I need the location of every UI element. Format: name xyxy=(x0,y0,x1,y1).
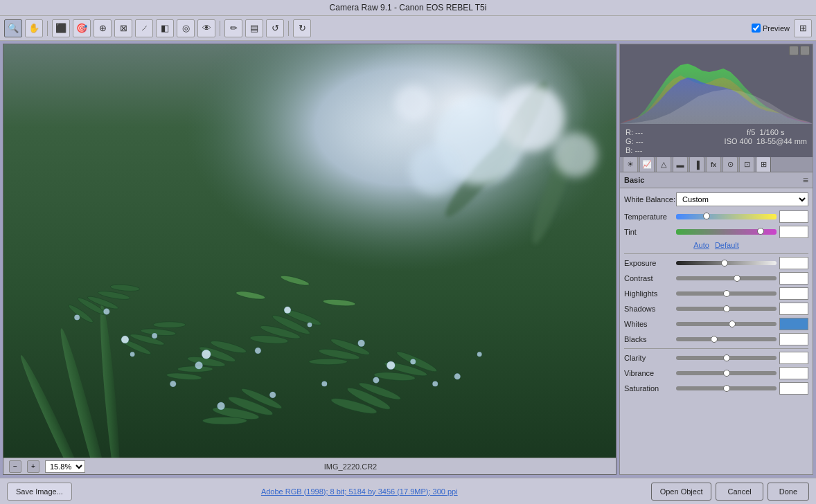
detail-tab[interactable]: △ xyxy=(656,156,671,172)
tint-label: Tint xyxy=(624,228,676,236)
clarity-slider-area xyxy=(676,356,777,360)
open-object-button[interactable]: Open Object xyxy=(651,483,712,501)
default-link[interactable]: Default xyxy=(715,241,739,249)
whites-value[interactable]: +15 xyxy=(779,318,808,330)
highlights-track[interactable] xyxy=(676,291,777,296)
cancel-button[interactable]: Cancel xyxy=(716,483,763,501)
fullscreen-btn[interactable]: ⊞ xyxy=(794,19,812,37)
tint-thumb[interactable] xyxy=(757,228,764,235)
white-balance-select[interactable]: Custom As Shot Auto Daylight Cloudy Shad… xyxy=(676,192,808,206)
temperature-value[interactable]: 4450 xyxy=(779,210,808,223)
contrast-slider-area xyxy=(676,276,777,280)
svg-point-57 xyxy=(454,373,461,379)
panel-content[interactable]: White Balance: Custom As Shot Auto Dayli… xyxy=(620,188,813,474)
tab-bar: ☀ 📈 △ ▬ ▐ fx ⊙ ⊡ ⊞ xyxy=(620,155,813,172)
hist-btn-1[interactable] xyxy=(789,46,799,55)
svg-point-20 xyxy=(177,366,213,372)
spot-removal-tool[interactable]: ◎ xyxy=(177,19,195,37)
auto-link[interactable]: Auto xyxy=(693,241,709,249)
vibrance-track[interactable] xyxy=(676,371,777,375)
image-container[interactable] xyxy=(3,44,616,458)
red-eye-tool[interactable]: 👁 xyxy=(197,19,215,37)
histogram-area: R: --- G: --- B: --- f/5 1/160 s ISO 400… xyxy=(620,44,813,155)
temperature-track[interactable] xyxy=(676,214,777,219)
svg-point-47 xyxy=(308,323,312,327)
vibrance-thumb[interactable] xyxy=(723,370,730,377)
blacks-row: Blacks -24 xyxy=(624,333,808,345)
preview-toggle[interactable]: Preview xyxy=(752,24,790,33)
lens-corrections-tab[interactable]: ⊙ xyxy=(722,156,738,172)
contrast-label: Contrast xyxy=(624,274,676,282)
whites-thumb[interactable] xyxy=(729,321,736,327)
saturation-slider-area xyxy=(676,386,777,390)
basic-panel-tab[interactable]: ☀ xyxy=(623,156,638,172)
contrast-value[interactable]: +21 xyxy=(779,272,808,285)
crop-tool[interactable]: ⊠ xyxy=(114,19,132,37)
split-toning-tab[interactable]: ▐ xyxy=(689,156,704,172)
color-sampler-tool[interactable]: 🎯 xyxy=(73,19,91,37)
zoom-out-btn[interactable]: − xyxy=(9,460,21,473)
exposure-track[interactable] xyxy=(676,261,777,265)
vibrance-row: Vibrance 0 xyxy=(624,367,808,379)
vibrance-value[interactable]: 0 xyxy=(779,367,808,379)
zoom-in-btn[interactable]: + xyxy=(27,460,39,473)
histogram-controls xyxy=(789,46,810,55)
shadows-value[interactable]: 0 xyxy=(779,303,808,315)
zoom-select[interactable]: 15.8% xyxy=(45,460,85,473)
preferences-btn[interactable]: ↻ xyxy=(293,19,311,37)
shadows-slider-area xyxy=(676,307,777,311)
tone-curve-tab[interactable]: 📈 xyxy=(639,156,655,172)
highlights-thumb[interactable] xyxy=(723,290,730,297)
right-panel: R: --- G: --- B: --- f/5 1/160 s ISO 400… xyxy=(619,44,813,475)
blacks-track[interactable] xyxy=(676,337,777,341)
tint-track[interactable] xyxy=(676,229,777,235)
contrast-track[interactable] xyxy=(676,276,777,280)
whites-slider-area xyxy=(676,322,777,326)
tint-row: Tint +52 xyxy=(624,226,808,238)
radial-filter[interactable]: ↺ xyxy=(266,19,284,37)
saturation-track[interactable] xyxy=(676,386,777,390)
contrast-thumb[interactable] xyxy=(734,275,740,282)
clarity-thumb[interactable] xyxy=(723,354,730,361)
graduated-filter[interactable]: ▤ xyxy=(245,19,263,37)
svg-point-60 xyxy=(202,350,211,359)
blacks-value[interactable]: -24 xyxy=(779,333,808,345)
clarity-value[interactable]: 0 xyxy=(779,352,808,364)
zoom-tool[interactable]: 🔍 xyxy=(4,19,22,37)
save-image-button[interactable]: Save Image... xyxy=(7,483,72,501)
done-button[interactable]: Done xyxy=(768,483,809,501)
adjustment-brush[interactable]: ✏ xyxy=(224,19,242,37)
shadows-thumb[interactable] xyxy=(723,305,730,312)
targeted-adjustment-tool[interactable]: ⊕ xyxy=(94,19,112,37)
highlights-value[interactable]: 0 xyxy=(779,287,808,300)
temperature-thumb[interactable] xyxy=(703,213,710,219)
filename-label: IMG_2220.CR2 xyxy=(91,462,610,471)
exposure-thumb[interactable] xyxy=(721,260,728,267)
svg-point-56 xyxy=(74,315,79,320)
preview-checkbox[interactable] xyxy=(752,24,761,33)
saturation-value[interactable]: 0 xyxy=(779,382,808,395)
transform-tool[interactable]: ◧ xyxy=(156,19,174,37)
hsl-tab[interactable]: ▬ xyxy=(673,156,688,172)
histogram-svg xyxy=(620,44,813,124)
white-balance-tool[interactable]: ⬛ xyxy=(52,19,70,37)
tint-value[interactable]: +52 xyxy=(779,226,808,238)
straighten-tool[interactable]: ⟋ xyxy=(135,19,153,37)
effects-tab[interactable]: fx xyxy=(706,156,721,172)
image-info[interactable]: Adobe RGB (1998); 8 bit; 5184 by 3456 (1… xyxy=(72,487,647,496)
shadows-track[interactable] xyxy=(676,307,777,311)
clarity-track[interactable] xyxy=(676,356,777,360)
hist-btn-2[interactable] xyxy=(800,46,810,55)
app-title: Camera Raw 9.1 - Canon EOS REBEL T5i xyxy=(330,3,487,12)
camera-calibration-tab[interactable]: ⊞ xyxy=(756,156,771,172)
saturation-thumb[interactable] xyxy=(723,385,730,392)
svg-point-63 xyxy=(284,307,291,314)
b-label: B: --- xyxy=(626,146,644,154)
exposure-value[interactable]: -0.10 xyxy=(779,257,808,269)
whites-track[interactable] xyxy=(676,322,777,326)
transform-tab[interactable]: ⊡ xyxy=(739,156,754,172)
svg-point-61 xyxy=(387,361,395,370)
blacks-thumb[interactable] xyxy=(711,336,718,343)
hand-tool[interactable]: ✋ xyxy=(25,19,43,37)
panel-menu-icon[interactable]: ≡ xyxy=(803,174,808,186)
